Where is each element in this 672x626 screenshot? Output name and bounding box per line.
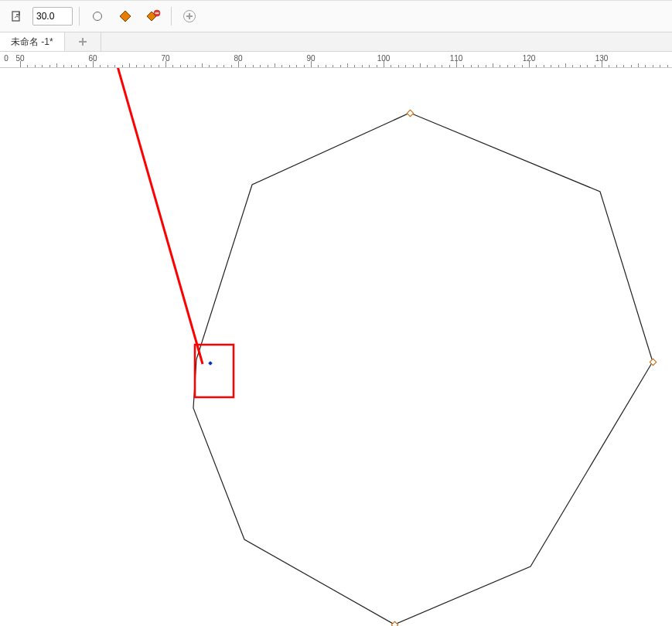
ruler-tick (27, 65, 28, 67)
ruler-tick (195, 65, 196, 67)
outline-node-button[interactable] (86, 5, 109, 28)
ruler-tick (595, 65, 595, 67)
ruler-tick (217, 65, 217, 67)
ruler-tick (296, 65, 297, 67)
ruler-tick (631, 65, 632, 67)
ruler-label: 90 (306, 54, 315, 63)
ruler-tick (398, 65, 399, 67)
svg-rect-4 (155, 12, 159, 13)
ruler-tick (151, 65, 152, 67)
ruler-tick (413, 65, 414, 67)
ruler-tick (100, 65, 101, 67)
drawing-canvas[interactable] (0, 68, 672, 626)
ruler-tick (558, 65, 559, 67)
ruler-tick (144, 65, 145, 67)
toolbar (0, 0, 672, 32)
tab-untitled[interactable]: 未命名 -1* (0, 32, 65, 51)
paper-rotate-icon (10, 10, 22, 22)
ruler-tick (122, 65, 123, 67)
ruler-tick (63, 65, 64, 67)
ruler-tick (245, 65, 246, 67)
ruler-tick (281, 65, 282, 67)
ruler-tick (180, 65, 181, 67)
document-tab-bar: 未命名 -1* (0, 32, 672, 52)
ruler-tick (500, 65, 500, 67)
ruler-tick (544, 65, 544, 67)
ruler-tick (587, 65, 588, 67)
ruler-tick (493, 63, 493, 67)
ruler-tick (572, 65, 573, 67)
ruler-tick (369, 65, 370, 67)
ruler-tick (427, 65, 428, 67)
ruler-tick (514, 65, 515, 67)
ruler-label: 130 (595, 54, 609, 63)
ruler-tick (623, 65, 624, 67)
ruler-tick (129, 63, 130, 67)
ruler-tick (442, 65, 442, 67)
ruler-tick (565, 63, 566, 67)
ruler-label: 50 (15, 54, 24, 63)
ruler-tick (86, 65, 87, 67)
paper-rotate-button[interactable] (5, 5, 28, 28)
ruler-tick (580, 65, 581, 67)
ruler-tick (653, 65, 653, 67)
ruler-tick (340, 65, 341, 67)
ruler-label: 70 (161, 54, 169, 63)
ruler-label: 120 (523, 54, 536, 63)
ruler-tick (231, 65, 232, 67)
add-button[interactable] (178, 5, 201, 28)
ruler-tick (420, 63, 421, 67)
ruler-tick (362, 65, 363, 67)
ruler-tick (71, 65, 72, 67)
ruler-tick (507, 65, 508, 67)
ruler-tick (114, 65, 115, 67)
ruler-tick (202, 63, 203, 67)
ruler-tick (405, 65, 406, 67)
circle-outline-icon (93, 12, 102, 21)
ruler-tick (78, 65, 79, 67)
solid-node-button[interactable] (114, 5, 137, 28)
ruler-tick (391, 65, 391, 67)
rotation-input[interactable] (32, 7, 73, 26)
ruler-tick (253, 65, 254, 67)
ruler-tick (35, 65, 36, 67)
ruler-tick (209, 65, 210, 67)
ruler-tick (638, 63, 639, 67)
ruler-tick (435, 65, 435, 67)
ruler-tick (667, 65, 668, 67)
ruler-tick (478, 65, 479, 67)
ruler-tick (42, 65, 43, 67)
polygon-shape[interactable] (193, 113, 653, 624)
ruler-tick (347, 63, 348, 67)
ruler-tick (616, 65, 617, 67)
ruler-tick (333, 65, 333, 67)
ruler-tick (471, 65, 472, 67)
ruler-tick (551, 65, 551, 67)
ruler-tick (260, 65, 261, 67)
horizontal-ruler[interactable]: 05060708090100110120130 (0, 52, 672, 68)
ruler-tick (187, 65, 188, 67)
ruler-tick (449, 65, 450, 67)
ruler-tick (645, 65, 646, 67)
ruler-tick (275, 63, 275, 67)
diamond-remove-icon (145, 9, 162, 23)
ruler-tick (268, 65, 268, 67)
plus-circle-icon (183, 10, 196, 22)
ruler-tick (107, 65, 108, 67)
plus-icon (79, 38, 87, 46)
remove-node-button[interactable] (142, 5, 165, 28)
ruler-tick (159, 65, 159, 67)
ruler-tick (136, 65, 137, 67)
toolbar-separator-2 (171, 7, 172, 26)
ruler-tick (223, 65, 224, 67)
ruler-tick (49, 65, 50, 67)
ruler-tick (609, 65, 609, 67)
diamond-solid-icon (118, 9, 132, 23)
ruler-tick (522, 65, 523, 67)
ruler-label: 60 (88, 54, 97, 63)
tab-add[interactable] (65, 32, 101, 51)
canvas-svg (0, 68, 672, 626)
ruler-tick (354, 65, 355, 67)
ruler-tick (486, 65, 486, 67)
ruler-tick (326, 65, 326, 67)
